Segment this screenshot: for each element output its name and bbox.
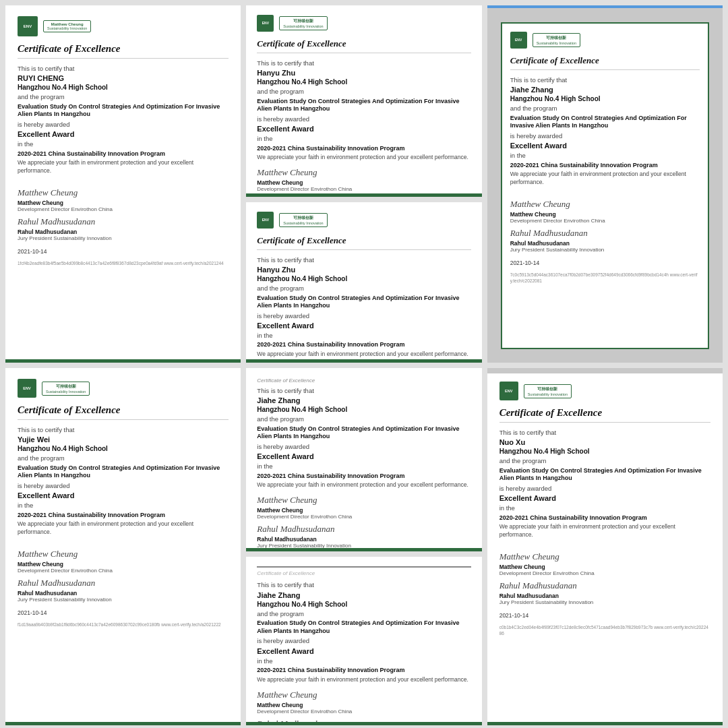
cert-prog-r2c2t: Evaluation Study On Control Strategies A… <box>257 425 471 441</box>
certify-r2c3: This is to certify that <box>499 428 710 437</box>
cert-award-r2c2b: Excellent Award <box>257 647 471 655</box>
cert-school-r2c2t: Hangzhou No.4 High School <box>257 406 471 413</box>
cert-title-3: Certificate of Excellence <box>257 235 471 250</box>
cert-blockchain-col3r1: 7c0c5913c5d044ac36107eca7f0b2d07be309752… <box>510 272 700 284</box>
sig-title-r2c1b: Jury President Sustainability Innovation <box>18 597 229 603</box>
cert-name-2: Hanyu Zhu <box>257 69 471 77</box>
cert-appreciate-r2c2b: We appreciate your faith in environment … <box>257 676 471 684</box>
sig-cursive-1b: Rahul Madhusudanan <box>18 216 229 227</box>
logo-badge-r2c1: 可持续创新 Sustainability Innovation <box>42 382 90 396</box>
sig-cursive-r2c2ba: Matthew Cheung <box>257 690 471 700</box>
cert-date-col3r1: 2021-10-14 <box>510 260 700 266</box>
cert-card-r2c2-bot: Certificate of Excellence This is to cer… <box>246 557 481 725</box>
is-hereby-r2c3: is hereby awarded <box>499 484 710 493</box>
and-prog-r2c3: and the program <box>499 456 710 465</box>
and-prog-r2c2t: and the program <box>257 415 471 423</box>
sig-name-r2c2tb: Rahul Madhusudanan <box>257 536 471 543</box>
sig-cursive-r2c1a: Matthew Cheung <box>18 549 229 559</box>
and-program-1: and the program <box>18 92 229 101</box>
cert-appreciate-3: We appreciate your faith in environment … <box>257 351 471 359</box>
is-hereby-r2c2b: is hereby awarded <box>257 636 471 645</box>
cert-award-col3r1: Excellent Award <box>510 142 700 150</box>
and-prog-r2c1: and the program <box>18 454 229 462</box>
green-bar-1 <box>5 359 241 363</box>
is-hereby-r2c1: is hereby awarded <box>18 481 229 490</box>
partial-top-label: Certificate of Excellence <box>257 566 471 576</box>
cert-award-1: Excellent Award <box>18 130 229 138</box>
cert-title-r2c3: Certificate of Excellence <box>499 407 710 423</box>
cert-program-1: Evaluation Study On Control Strategies A… <box>18 103 229 119</box>
sig-title-r2c1a: Development Director Envirothon China <box>18 568 229 574</box>
cert-school-r2c3: Hangzhou No.4 High School <box>499 448 710 455</box>
and-program-3: and the program <box>257 284 471 293</box>
certify-line-2: This is to certify that <box>257 59 471 67</box>
sig-block-r2c3a: Matthew Cheung Matthew Cheung Developmen… <box>499 551 710 576</box>
sig-name-1a: Matthew Cheung <box>18 200 229 206</box>
logo-green-col3r1: ENV <box>510 32 527 49</box>
in-the-r2c3: in the <box>499 504 710 512</box>
cert-name-r2c3: Nuo Xu <box>499 438 710 446</box>
cert-header-3: ENV 可持续创新 Sustainability Innovation <box>257 212 471 229</box>
logo-badge-top-r2c3: 可持续创新 <box>537 386 557 392</box>
cert-header-1: ENV Matthew Cheung Sustainability Innova… <box>18 16 229 36</box>
sig-cursive-r2c3a: Matthew Cheung <box>499 551 710 562</box>
sig-name-r2c1a: Matthew Cheung <box>18 561 229 568</box>
sig-title-r2c2ba: Development Director Envirothon China <box>257 708 471 715</box>
cert-program-name-3: 2020-2021 China Sustainability Innovatio… <box>257 341 471 349</box>
cert-appreciate-r2c3: We appreciate your faith in environment … <box>499 523 710 539</box>
cert-title-2: Certificate of Excellence <box>257 38 471 53</box>
is-hereby-1: is hereby awarded <box>18 120 229 129</box>
cert-name-r2c2t: Jiahe Zhang <box>257 396 471 404</box>
logo-green-3: ENV <box>257 212 274 229</box>
sig-title-1b: Jury President Sustainability Innovation <box>18 235 229 241</box>
sig-block-2a: Matthew Cheung Matthew Cheung Developmen… <box>257 167 471 192</box>
cert-appreciate-r2c2t: We appreciate your faith in environment … <box>257 481 471 489</box>
logo-badge-bot-r2c3: Sustainability Innovation <box>528 392 568 396</box>
logo-badge-text-bottom-1: Sustainability Innovation <box>47 26 87 30</box>
green-bar-2 <box>246 193 481 197</box>
cert-program-3: Evaluation Study On Control Strategies A… <box>257 295 471 310</box>
sig-cursive-r2c2tb: Rahul Madhusudanan <box>257 524 471 535</box>
sig-col3r1: Matthew Cheung Matthew Cheung Developmen… <box>510 198 700 257</box>
cert-blockchain-r2c3: c0b1b4C3c2ed04e4b4f89f23f07c12de8c9ec0fc… <box>499 624 710 636</box>
cert-appreciate-1: We appreciate your faith in environment … <box>18 159 229 175</box>
cert-award-r2c3: Excellent Award <box>499 494 710 502</box>
sig-cursive-r2c2ta: Matthew Cheung <box>257 495 471 506</box>
col2-row1-container: ENV 可持续创新 Sustainability Innovation Cert… <box>246 5 481 363</box>
sig-r2c1: Matthew Cheung Matthew Cheung Developmen… <box>18 547 229 607</box>
cert-card-2: ENV 可持续创新 Sustainability Innovation Cert… <box>246 5 481 197</box>
logo-badge-top-r2c1: 可持续创新 <box>56 384 76 390</box>
cert-prog-name-r2c2t: 2020-2021 China Sustainability Innovatio… <box>257 473 471 481</box>
logo-badge-1: Matthew Cheung Sustainability Innovation <box>43 20 91 32</box>
sig-cursive-r2c1b: Rahul Madhusudanan <box>18 578 229 588</box>
cert-header-col3r1: ENV 可持续创新 Sustainability Innovation <box>510 32 700 49</box>
cert-award-3: Excellent Award <box>257 322 471 330</box>
sig-title-col3r1b: Jury President Sustainability Innovation <box>510 247 700 253</box>
logo-green-2: ENV <box>257 15 274 32</box>
sig-name-1b: Rahul Madhusudanan <box>18 229 229 235</box>
cert-header-2: ENV 可持续创新 Sustainability Innovation <box>257 15 471 32</box>
logo-badge-3: 可持续创新 Sustainability Innovation <box>279 213 327 227</box>
cert-award-2: Excellent Award <box>257 125 471 133</box>
sig-section-2: Matthew Cheung Matthew Cheung Developmen… <box>257 167 471 197</box>
sig-block-r2c2tb: Rahul Madhusudanan Rahul Madhusudanan Ju… <box>257 524 471 549</box>
sig-block-r2c1b: Rahul Madhusudanan Rahul Madhusudanan Ju… <box>18 578 229 603</box>
cert-name-1: RUYI CHENG <box>18 74 229 82</box>
sig-block-col3r1b: Rahul Madhusudanan Rahul Madhusudanan Ju… <box>510 228 700 253</box>
cert-name-r2c2b: Jiahe Zhang <box>257 591 471 599</box>
green-bar-r2c1 <box>5 722 241 725</box>
logo-badge-2: 可持续创新 Sustainability Innovation <box>279 16 327 30</box>
cert-school-1: Hangzhou No.4 High School <box>18 84 229 91</box>
sig-title-1a: Development Director Envirothon China <box>18 206 229 212</box>
sig-cursive-col3r1a: Matthew Cheung <box>510 199 700 210</box>
sig-title-r2c2ta: Development Director Envirothon China <box>257 514 471 520</box>
sig-r2c3: Matthew Cheung Matthew Cheung Developmen… <box>499 550 710 609</box>
cert-program-name-1: 2020-2021 China Sustainability Innovatio… <box>18 150 229 158</box>
sig-block-1a: Matthew Cheung Matthew Cheung Developmen… <box>18 187 229 212</box>
cert-award-r2c2t: Excellent Award <box>257 452 471 460</box>
cert-appreciate-2: We appreciate your faith in environment … <box>257 154 471 162</box>
green-bar-r2c3 <box>487 722 723 725</box>
sig-cursive-col3r1b: Rahul Madhusudanan <box>510 228 700 239</box>
logo-badge-top-col3r1: 可持续创新 <box>546 35 566 41</box>
logo-badge-top-3: 可持续创新 <box>293 215 313 221</box>
